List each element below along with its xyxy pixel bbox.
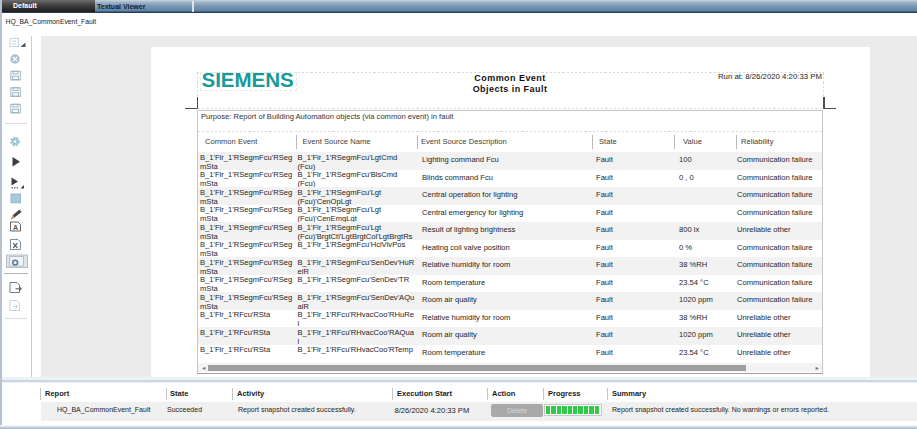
svg-text:A: A bbox=[13, 224, 18, 231]
